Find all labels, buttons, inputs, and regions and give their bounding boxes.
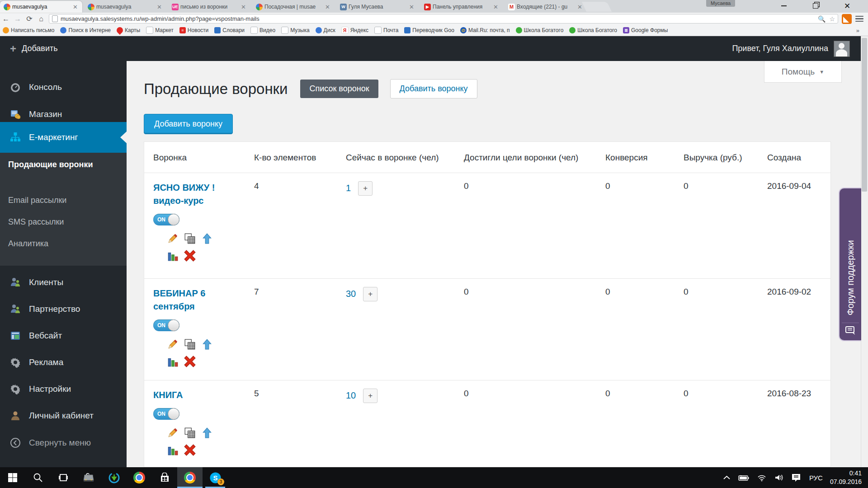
bookmark-item[interactable]: Школа Богатого [569, 27, 617, 33]
add-funnel-button-primary[interactable]: Добавить воронку [144, 114, 233, 134]
tab-letter-from-funnel[interactable]: UE письмо из воронки ✕ [168, 1, 250, 13]
edit-pencil-icon[interactable] [167, 233, 179, 244]
copy-table-icon[interactable] [184, 427, 196, 439]
bookmark-item[interactable]: ≡Новости [179, 27, 208, 33]
sidebar-item-clients[interactable]: Клиенты [0, 269, 127, 296]
funnel-name-link[interactable]: ЯСНО ВИЖУ ! видео-курс [153, 181, 230, 207]
tab-close-icon[interactable]: ✕ [156, 4, 163, 10]
window-restore-button[interactable] [806, 0, 826, 12]
taskbar-app-daemon[interactable] [76, 467, 101, 488]
tab-musaevagulya-active[interactable]: musaevagulya ✕ [0, 1, 82, 13]
sidebar-item-account[interactable]: Личный кабинет [0, 402, 127, 429]
taskbar-app-mediaget[interactable] [101, 467, 127, 488]
add-person-button[interactable]: + [363, 287, 377, 301]
browser-menu-icon[interactable] [855, 14, 863, 23]
window-minimize-button[interactable] [774, 0, 794, 12]
add-person-button[interactable]: + [358, 181, 373, 196]
funnel-name-link[interactable]: ВЕБИНАР 6 сентября [153, 287, 230, 313]
zoom-icon[interactable]: 🔍 [818, 15, 826, 23]
taskbar-search-button[interactable] [25, 467, 51, 488]
delete-x-icon[interactable] [184, 356, 196, 367]
edit-pencil-icon[interactable] [167, 338, 179, 350]
bookmark-star-icon[interactable]: ☆ [829, 15, 835, 23]
tab-gmail[interactable]: M Входящие (221) - gu ✕ [505, 1, 587, 13]
sidebar-item-sms[interactable]: SMS рассылки [8, 217, 117, 227]
in-funnel-count-link[interactable]: 1 [346, 183, 351, 193]
action-center-icon[interactable] [792, 474, 801, 482]
taskbar-app-chrome[interactable] [127, 467, 152, 488]
support-forum-tab[interactable]: Форум поддержки [839, 188, 861, 341]
add-person-button[interactable]: + [363, 389, 377, 403]
funnel-on-toggle[interactable]: ON [153, 214, 179, 225]
home-icon[interactable]: ⌂ [35, 15, 47, 23]
bookmark-item[interactable]: Музыка [281, 27, 309, 34]
sidebar-item-settings[interactable]: Настройки [0, 375, 127, 402]
export-up-arrow-icon[interactable] [201, 427, 213, 439]
taskbar-app-skype[interactable]: S 3 [203, 467, 228, 488]
add-funnel-button-secondary[interactable]: Добавить воронку [390, 79, 477, 99]
funnel-list-button[interactable]: Список воронок [300, 80, 378, 98]
admin-bar-add-new[interactable]: + Добавить [10, 42, 58, 55]
window-close-button[interactable]: ✕ [837, 0, 857, 12]
sidebar-item-sales-funnels[interactable]: Продающие воронки [8, 159, 117, 170]
url-text[interactable]: musaevagulya.salesystems.ru/wp-admin/adm… [61, 15, 259, 22]
bookmark-item[interactable]: Написать письмо [3, 27, 54, 33]
column-header-created[interactable]: Создана [758, 142, 830, 173]
language-indicator[interactable]: РУС [809, 474, 823, 482]
stats-bar-chart-icon[interactable] [167, 250, 179, 262]
edit-pencil-icon[interactable] [167, 427, 179, 439]
bookmark-item[interactable]: Карты [117, 27, 140, 33]
tab-close-icon[interactable]: ✕ [492, 4, 499, 10]
copy-table-icon[interactable] [184, 338, 196, 350]
sidebar-collapse-menu[interactable]: Свернуть меню [0, 429, 127, 456]
bookmark-item[interactable]: ЯЯндекс [341, 27, 368, 34]
tab-close-icon[interactable]: ✕ [72, 4, 79, 10]
bookmark-item[interactable]: Словари [214, 27, 245, 33]
task-view-button[interactable] [51, 467, 76, 488]
export-up-arrow-icon[interactable] [201, 338, 213, 350]
delete-x-icon[interactable] [184, 444, 196, 456]
sidebar-item-partners[interactable]: Партнерство [0, 296, 127, 322]
sidebar-item-analytics[interactable]: Аналитика [8, 239, 117, 249]
browser-profile-badge[interactable]: Мусаева [706, 0, 735, 7]
in-funnel-count-link[interactable]: 30 [346, 289, 356, 299]
forward-icon[interactable]: → [12, 15, 24, 23]
taskbar-clock[interactable]: 0:41 07.09.2016 [830, 469, 862, 486]
bookmark-item[interactable]: Школа Богатого [516, 27, 564, 33]
scrollbar-thumb[interactable] [862, 38, 867, 192]
funnel-on-toggle[interactable]: ON [153, 408, 179, 420]
bookmark-item[interactable]: Поиск в Интерне [60, 27, 111, 33]
sidebar-item-ads[interactable]: Реклама [0, 349, 127, 375]
back-icon[interactable]: ← [0, 15, 12, 23]
volume-icon[interactable] [774, 474, 783, 481]
tab-musaevagulya-2[interactable]: musaevagulya ✕ [84, 1, 166, 13]
bookmark-item[interactable]: Почта [374, 27, 398, 34]
tab-close-icon[interactable]: ✕ [240, 4, 247, 10]
tab-landing[interactable]: Посадочная | musae ✕ [252, 1, 335, 13]
bookmark-item[interactable]: Диск [316, 27, 335, 33]
stats-bar-chart-icon[interactable] [167, 356, 179, 367]
funnel-on-toggle[interactable]: ON [153, 319, 179, 331]
in-funnel-count-link[interactable]: 10 [346, 390, 356, 401]
column-header-funnel[interactable]: Воронка [144, 142, 245, 173]
tab-close-icon[interactable]: ✕ [576, 4, 583, 10]
export-up-arrow-icon[interactable] [201, 233, 213, 244]
sidebar-item-emarketing[interactable]: Е-маркетинг [0, 122, 127, 153]
stats-bar-chart-icon[interactable] [167, 444, 179, 456]
address-bar[interactable]: musaevagulya.salesystems.ru/wp-admin/adm… [49, 14, 838, 23]
battery-icon[interactable] [738, 475, 749, 481]
sidebar-item-console[interactable]: Консоль [0, 74, 127, 100]
sidebar-item-website[interactable]: Вебсайт [0, 322, 127, 349]
taskbar-app-store[interactable] [152, 467, 177, 488]
taskbar-app-chrome-active[interactable] [177, 467, 203, 488]
delete-x-icon[interactable] [184, 250, 196, 262]
bookmark-item[interactable]: Маркет [146, 27, 174, 34]
extension-icon[interactable] [842, 14, 852, 24]
copy-table-icon[interactable] [184, 233, 196, 244]
tab-close-icon[interactable]: ✕ [408, 4, 415, 10]
bookmark-item[interactable]: Видео [250, 27, 275, 34]
tab-youtube[interactable]: ▶ Панель управления ✕ [420, 1, 503, 13]
tab-close-icon[interactable]: ✕ [324, 4, 331, 10]
start-button[interactable] [0, 467, 25, 488]
new-tab-button[interactable] [582, 2, 612, 12]
